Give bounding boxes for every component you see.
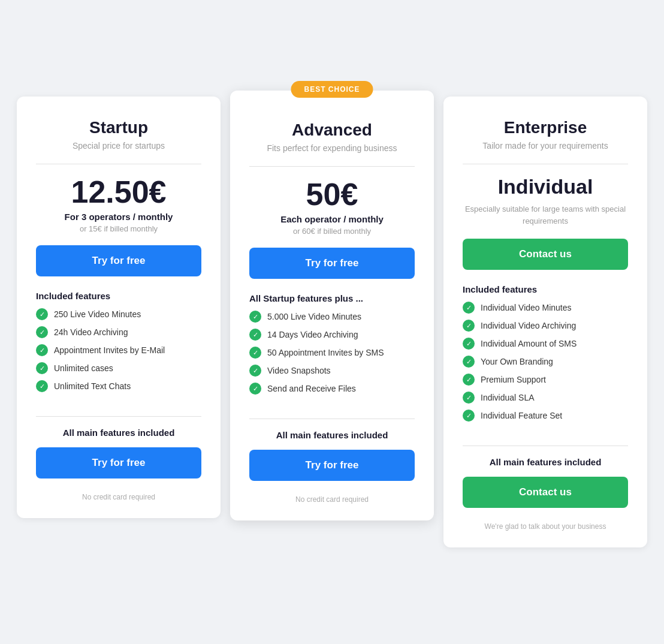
feature-text: 5.000 Live Video Minutes [267,312,361,321]
best-choice-badge: BEST CHOICE [291,81,373,98]
list-item: ✓ 24h Video Archiving [36,326,201,338]
plan-subtitle-advanced: Fits perfect for expending business [249,143,415,153]
check-icon: ✓ [36,344,48,356]
no-credit-startup: No credit card required [36,493,201,501]
price-amount-startup: 12.50€ [36,175,201,209]
price-alt-startup: or 15€ if billed monthly [36,224,201,233]
list-item: ✓ Send and Receive Files [249,383,415,395]
check-icon: ✓ [36,380,48,392]
feature-text: Appointment Invites by E-Mail [54,345,165,355]
check-icon: ✓ [463,374,475,386]
feature-text: Send and Receive Files [267,384,356,393]
individual-label: Individual [463,175,628,198]
check-icon: ✓ [36,362,48,374]
feature-text: Individual Video Archiving [481,321,576,330]
check-icon: ✓ [463,410,475,422]
feature-text: Unlimited Text Chats [54,381,131,391]
cta-button-top-startup[interactable]: Try for free [36,245,201,276]
check-icon: ✓ [463,320,475,332]
list-item: ✓ Individual Video Minutes [463,302,628,314]
divider-bottom [249,419,415,419]
list-item: ✓ Individual Amount of SMS [463,338,628,350]
divider-top [463,164,628,164]
check-icon: ✓ [249,347,261,359]
list-item: ✓ 50 Appointment Invites by SMS [249,347,415,359]
plan-card-enterprise: EnterpriseTailor made for your requireme… [443,97,647,547]
check-icon: ✓ [249,311,261,323]
feature-text: Individual Video Minutes [481,303,572,312]
check-icon: ✓ [463,302,475,314]
feature-text: Video Snapshots [267,366,331,375]
cta-button-bottom-enterprise[interactable]: Contact us [463,477,628,508]
feature-text: 250 Live Video Minutes [54,309,141,319]
list-item: ✓ 14 Days Video Archiving [249,329,415,341]
bottom-label-enterprise: All main features included [463,457,628,467]
feature-text: Individual Feature Set [481,411,562,420]
feature-text: 50 Appointment Invites by SMS [267,348,384,357]
list-item: ✓ Your Own Branding [463,356,628,368]
bottom-section-startup: All main features included Try for free … [36,410,201,501]
features-heading-advanced: All Startup features plus ... [249,293,415,303]
divider-top [36,164,201,164]
feature-text: Unlimited cases [54,363,113,373]
list-item: ✓ Individual SLA [463,392,628,404]
price-period-startup: For 3 operators / monthly [36,212,201,222]
individual-desc: Especially suitable for large teams with… [463,203,628,227]
list-item: ✓ Video Snapshots [249,365,415,377]
pricing-container: StartupSpecial price for startups12.50€F… [12,97,652,547]
feature-text: Individual Amount of SMS [481,339,577,348]
check-icon: ✓ [463,338,475,350]
price-alt-advanced: or 60€ if billed monthly [249,227,415,236]
features-heading-startup: Included features [36,291,201,301]
plan-subtitle-startup: Special price for startups [36,141,201,151]
price-period-advanced: Each operator / monthly [249,214,415,224]
list-item: ✓ Unlimited Text Chats [36,380,201,392]
plan-card-startup: StartupSpecial price for startups12.50€F… [17,97,221,518]
plan-subtitle-enterprise: Tailor made for your requirements [463,141,628,151]
check-icon: ✓ [249,383,261,395]
cta-button-top-enterprise[interactable]: Contact us [463,239,628,270]
feature-text: Your Own Branding [481,357,553,366]
feature-text: Individual SLA [481,393,535,402]
feature-text: 14 Days Video Archiving [267,330,358,339]
no-credit-advanced: No credit card required [249,495,415,504]
bottom-section-enterprise: All main features included Contact us We… [463,440,628,531]
feature-list-startup: ✓ 250 Live Video Minutes ✓ 24h Video Arc… [36,308,201,398]
check-icon: ✓ [36,326,48,338]
divider-bottom [36,416,201,417]
list-item: ✓ Individual Feature Set [463,410,628,422]
list-item: ✓ Unlimited cases [36,362,201,374]
bottom-label-advanced: All main features included [249,430,415,440]
plan-card-advanced: BEST CHOICEAdvancedFits perfect for expe… [230,91,434,520]
list-item: ✓ Premium Support [463,374,628,386]
plan-title-startup: Startup [36,118,201,137]
divider-bottom [463,446,628,446]
check-icon: ✓ [249,365,261,377]
feature-text: 24h Video Archiving [54,327,128,337]
features-heading-enterprise: Included features [463,284,628,294]
feature-list-advanced: ✓ 5.000 Live Video Minutes ✓ 14 Days Vid… [249,311,415,401]
no-credit-enterprise: We're glad to talk about your business [463,522,628,531]
check-icon: ✓ [463,392,475,404]
list-item: ✓ Appointment Invites by E-Mail [36,344,201,356]
feature-list-enterprise: ✓ Individual Video Minutes ✓ Individual … [463,302,628,428]
cta-button-top-advanced[interactable]: Try for free [249,248,415,279]
check-icon: ✓ [463,356,475,368]
divider-top [249,166,415,167]
feature-text: Premium Support [481,375,546,384]
cta-button-bottom-advanced[interactable]: Try for free [249,450,415,481]
list-item: ✓ 5.000 Live Video Minutes [249,311,415,323]
list-item: ✓ Individual Video Archiving [463,320,628,332]
list-item: ✓ 250 Live Video Minutes [36,308,201,320]
bottom-section-advanced: All main features included Try for free … [249,413,415,504]
plan-title-advanced: Advanced [249,121,415,140]
price-amount-advanced: 50€ [249,177,415,212]
bottom-label-startup: All main features included [36,428,201,438]
check-icon: ✓ [36,308,48,320]
check-icon: ✓ [249,329,261,341]
plan-title-enterprise: Enterprise [463,118,628,137]
cta-button-bottom-startup[interactable]: Try for free [36,447,201,479]
